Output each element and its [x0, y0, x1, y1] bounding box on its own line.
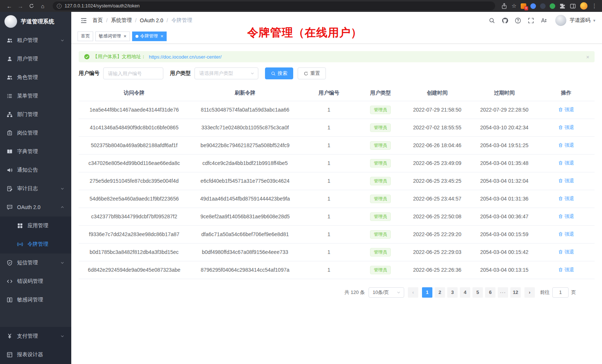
sidebar-item-post[interactable]: 岗位管理: [0, 124, 71, 142]
sidebar-item-error-code[interactable]: 错误码管理: [0, 272, 71, 291]
breadcrumb-system[interactable]: 系统管理: [111, 17, 132, 24]
force-logout-button[interactable]: 强退: [558, 178, 574, 184]
tag-oauth2-token[interactable]: 令牌管理 ×: [132, 32, 167, 41]
pagination-page[interactable]: 1: [422, 287, 432, 298]
user-type-select[interactable]: 请选择用户类型: [194, 67, 258, 79]
pagination-page[interactable]: 3: [447, 287, 458, 298]
force-logout-button[interactable]: 强退: [558, 195, 574, 202]
sidebar-item-menu[interactable]: 菜单管理: [0, 87, 71, 105]
reset-button[interactable]: 重置: [298, 67, 326, 79]
sidebar-item-role[interactable]: 角色管理: [0, 68, 71, 87]
sidebar-item-oauth2-token[interactable]: 令牌管理: [0, 235, 71, 254]
pagination-next[interactable]: ›: [524, 287, 535, 298]
forward-icon[interactable]: →: [15, 1, 26, 10]
sidebar-item-oauth2[interactable]: OAuth 2.0: [0, 198, 71, 216]
tag-label: 令牌管理: [140, 33, 158, 39]
extension-icon-green[interactable]: [550, 3, 555, 9]
menu-fold-icon[interactable]: [80, 17, 87, 24]
pagination-page[interactable]: 4: [460, 287, 470, 298]
page-size-select[interactable]: 10条/页: [369, 287, 404, 298]
cell-access-token: 54d6be82ee5a460a9aedc1f9bf223656: [79, 190, 190, 208]
sidebar-item-sensitive-word[interactable]: 敏感词管理: [0, 291, 71, 309]
fullscreen-icon[interactable]: [528, 17, 534, 24]
goto-page-input[interactable]: [552, 287, 569, 298]
pagination-more[interactable]: ···: [498, 287, 508, 298]
app-icon: [17, 223, 23, 229]
megaphone-icon: [7, 167, 13, 173]
col-created: 创建时间: [404, 85, 471, 101]
pagination-page[interactable]: 6: [485, 287, 495, 298]
cell-refresh-token: 9ce8ef2aa9f14056b831ae9b608e28d5: [190, 208, 301, 225]
tag-close-icon[interactable]: ×: [124, 34, 127, 39]
extension-icon-orange[interactable]: 0: [521, 3, 526, 9]
goto-label: 前往: [540, 289, 550, 296]
pagination-page[interactable]: 12: [510, 287, 521, 298]
share-icon[interactable]: [501, 3, 507, 9]
force-logout-button[interactable]: 强退: [558, 124, 574, 131]
home-icon[interactable]: ⌂: [37, 1, 48, 10]
cell-user-id: 1: [301, 208, 357, 225]
site-info-icon[interactable]: i: [57, 4, 62, 9]
search-form: 用户编号 用户类型 请选择用户类型 搜索 重置: [79, 67, 595, 79]
sidebar-item-notice[interactable]: 通知公告: [0, 161, 71, 179]
sidebar-item-report-designer[interactable]: 报表设计器: [0, 345, 71, 364]
cell-action: 强退: [538, 119, 595, 136]
sidebar-item-pay[interactable]: 支付管理: [0, 327, 71, 345]
sidebar-item-dict[interactable]: 字典管理: [0, 142, 71, 161]
extensions-puzzle-icon[interactable]: [559, 3, 566, 9]
magnifier-icon: [271, 71, 276, 76]
sidebar-item-label: 用户管理: [17, 56, 65, 62]
header-actions: 芋道源码 ▾: [489, 15, 595, 26]
sidebar-item-audit-log[interactable]: 审计日志: [0, 179, 71, 198]
bookmark-star-icon[interactable]: ☆: [511, 3, 517, 9]
force-logout-button[interactable]: 强退: [558, 106, 574, 113]
chevron-down-icon: ▾: [593, 18, 595, 23]
extension-icon-blue[interactable]: [530, 3, 536, 9]
force-logout-button[interactable]: 强退: [558, 213, 574, 220]
reload-icon[interactable]: [26, 1, 37, 10]
force-logout-button[interactable]: 强退: [558, 231, 574, 238]
breadcrumb-home[interactable]: 首页: [92, 17, 103, 24]
pagination-page[interactable]: 2: [435, 287, 445, 298]
cell-refresh-token: 811c530487574fa0af1a59d3abc1aa66: [190, 101, 301, 119]
sidebar-item-tenant[interactable]: 租户管理: [0, 31, 71, 50]
user-menu[interactable]: 芋道源码 ▾: [555, 15, 595, 26]
cell-expires: 2054-03-04 01:31:36: [471, 190, 538, 208]
browser-menu-icon[interactable]: ⋮: [592, 3, 597, 9]
alert-close-icon[interactable]: ×: [586, 54, 589, 60]
sidebar-item-oauth2-app[interactable]: 应用管理: [0, 216, 71, 235]
force-logout-button[interactable]: 强退: [558, 160, 574, 166]
force-logout-button[interactable]: 强退: [558, 142, 574, 149]
app-logo: 芋道管理系统: [0, 12, 71, 31]
search-icon[interactable]: [489, 17, 495, 24]
tag-close-icon[interactable]: ×: [161, 34, 164, 39]
cell-user-type: 管理员: [357, 243, 404, 261]
search-button[interactable]: 搜索: [265, 67, 293, 79]
sidebar-item-sms[interactable]: 短信管理: [0, 254, 71, 272]
doc-link[interactable]: https://doc.iocoder.cn/user-center/: [149, 54, 222, 60]
pagination-page[interactable]: 5: [472, 287, 483, 298]
split-view-icon[interactable]: [570, 3, 576, 9]
pagination-pages: 1 2 3 4 5 6 ··· 12: [422, 287, 521, 298]
user-id-input[interactable]: [103, 67, 163, 79]
font-size-icon[interactable]: [541, 17, 547, 24]
cell-user-id: 1: [301, 190, 357, 208]
sidebar-item-label: 角色管理: [17, 74, 65, 81]
doc-help-icon[interactable]: [515, 17, 521, 24]
cell-refresh-token: cdfc4ce9c2da4bb1bdf21b9918ff4be5: [190, 154, 301, 172]
force-logout-button[interactable]: 强退: [558, 267, 574, 273]
back-icon[interactable]: ←: [4, 1, 15, 10]
sidebar-item-dept[interactable]: 部门管理: [0, 105, 71, 124]
breadcrumb-oauth2[interactable]: OAuth 2.0: [140, 17, 163, 23]
force-logout-button[interactable]: 强退: [558, 249, 574, 255]
cell-refresh-token: 8796295f04064c2983414cc54af1097a: [190, 261, 301, 279]
address-bar[interactable]: i 127.0.0.1:1024/system/oauth2/token: [53, 1, 495, 10]
github-icon[interactable]: [502, 17, 508, 24]
sidebar-item-user[interactable]: 用户管理: [0, 50, 71, 68]
tag-sensitive-word[interactable]: 敏感词管理 ×: [95, 32, 130, 41]
browser-profile-avatar[interactable]: [580, 2, 588, 10]
tag-home[interactable]: 首页: [78, 32, 93, 41]
pagination-prev[interactable]: ‹: [408, 287, 418, 298]
extension-icon-dark[interactable]: [540, 3, 546, 9]
table-row: c342377bf8b344799dcbf7bf095287f2 9ce8ef2…: [79, 208, 595, 225]
